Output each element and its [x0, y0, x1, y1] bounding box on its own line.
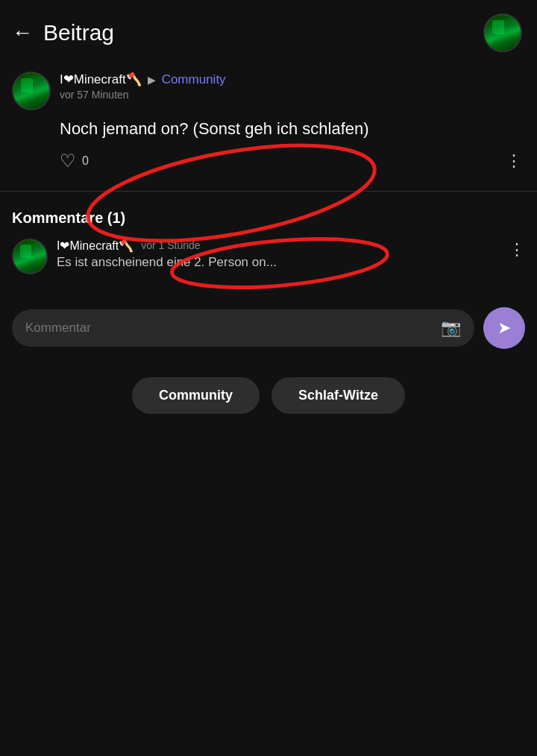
comment-input-wrapper[interactable]: 📷	[12, 309, 474, 347]
section-divider	[0, 191, 537, 192]
comment-text: Es ist anscheinend eine 2. Person on...	[57, 255, 500, 270]
post-meta: I❤Minecraft🪓 ▶ Community vor 57 Minuten	[60, 72, 525, 101]
post-header: I❤Minecraft🪓 ▶ Community vor 57 Minuten	[12, 72, 525, 110]
comment-timestamp: vor 1 Stunde	[141, 239, 200, 251]
like-section[interactable]: ♡ 0	[60, 151, 89, 171]
post-timestamp: vor 57 Minuten	[60, 89, 525, 101]
camera-icon[interactable]: 📷	[441, 318, 461, 338]
post-content: Noch jemand on? (Sonst geh ich schlafen)	[60, 118, 525, 140]
post-author-avatar[interactable]	[12, 72, 51, 110]
comments-heading: Kommentare (1)	[12, 210, 525, 227]
bottom-nav: Community Schlaf-Witze	[0, 359, 537, 441]
chevron-right-icon: ▶	[148, 74, 156, 86]
send-icon: ➤	[497, 318, 511, 338]
comment-input-row: 📷 ➤	[0, 297, 537, 359]
comments-section: Kommentare (1) I❤Minecraft🪓 vor 1 Stunde…	[0, 199, 537, 291]
post-author-name: I❤Minecraft🪓	[60, 72, 142, 87]
send-button[interactable]: ➤	[483, 307, 525, 349]
comment-author-name: I❤Minecraft🪓	[57, 239, 134, 253]
back-button[interactable]: ←	[12, 21, 33, 45]
comment-body: I❤Minecraft🪓 vor 1 Stunde Es ist anschei…	[57, 239, 500, 270]
header: ← Beitrag	[0, 0, 537, 63]
page-title: Beitrag	[43, 20, 114, 45]
community-tag[interactable]: Community	[162, 72, 226, 87]
nav-pill-schlaf-witze[interactable]: Schlaf-Witze	[271, 377, 405, 414]
comment-item: I❤Minecraft🪓 vor 1 Stunde Es ist anschei…	[12, 239, 525, 274]
post-more-button[interactable]: ⋮	[506, 151, 522, 171]
comment-more-button[interactable]: ⋮	[509, 239, 525, 259]
comment-input[interactable]	[25, 321, 433, 336]
post-container: I❤Minecraft🪓 ▶ Community vor 57 Minuten …	[0, 63, 537, 183]
post-actions: ♡ 0 ⋮	[60, 151, 525, 171]
nav-pill-community[interactable]: Community	[132, 377, 260, 414]
user-avatar[interactable]	[483, 13, 522, 52]
heart-icon: ♡	[60, 151, 76, 171]
comment-author-avatar[interactable]	[12, 239, 48, 274]
like-count: 0	[82, 154, 89, 168]
